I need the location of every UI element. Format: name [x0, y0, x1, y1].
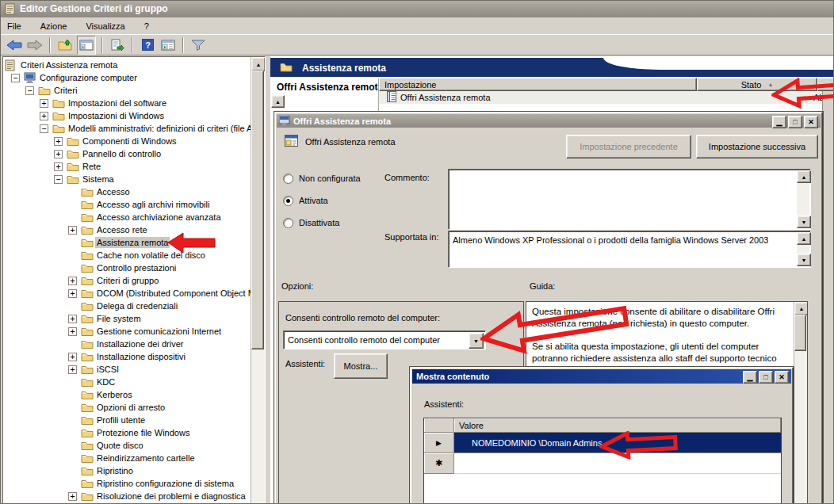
tree-item[interactable]: +Pannello di controllo [3, 147, 251, 160]
tree-scrollbar[interactable]: ▲ [251, 57, 265, 504]
export-list-icon[interactable] [109, 36, 126, 54]
close-icon[interactable]: ✕ [775, 371, 789, 384]
tree-item[interactable]: +Risoluzione dei problemi e diagnostica [3, 490, 251, 502]
tree-item-label[interactable]: Modelli amministrativi: definizioni di c… [67, 123, 251, 134]
expand-icon[interactable]: + [68, 492, 77, 501]
tree-item[interactable]: +Rete [3, 160, 251, 173]
tree-item[interactable]: Installazione dei driver [3, 338, 251, 350]
tree-item-label[interactable]: Configurazione computer [38, 72, 139, 83]
menu-azione[interactable]: Azione [40, 21, 67, 31]
maximize-icon[interactable]: □ [759, 371, 773, 384]
scroll-down-icon[interactable]: ▼ [797, 216, 811, 228]
tree-item[interactable]: Delega di credenziali [3, 300, 251, 312]
tree-item-label[interactable]: Sistema [81, 174, 116, 185]
tree-item[interactable]: +DCOM (Distributed Component Object M [3, 287, 251, 300]
policy-row[interactable]: Offri Assistenza remota Abilitato [379, 91, 834, 104]
radio-selected-icon[interactable] [283, 196, 293, 206]
minimize-icon[interactable]: ▁ [772, 116, 786, 128]
forward-icon[interactable] [26, 36, 44, 54]
tree-item-label[interactable]: Ripristino configurazione di sistema [95, 478, 235, 489]
grid-column-valore[interactable]: Valore [454, 418, 781, 433]
tree-item[interactable]: +iSCSI [3, 363, 251, 376]
grid-row-new[interactable]: ✱ [424, 453, 781, 474]
up-one-level-icon[interactable] [56, 36, 74, 54]
tree-item[interactable]: +Gestione comunicazioni Internet [3, 325, 251, 338]
collapse-icon[interactable]: − [40, 124, 48, 133]
tree-item-label[interactable]: Protezione file Windows [95, 427, 191, 438]
expand-icon[interactable]: + [40, 112, 48, 120]
close-icon[interactable]: ✕ [804, 116, 818, 128]
tree-item[interactable]: Profili utente [3, 414, 251, 426]
radio-option[interactable]: Non configurata [283, 173, 386, 184]
expand-icon[interactable]: + [68, 277, 77, 285]
collapse-icon[interactable]: − [11, 74, 20, 82]
expand-icon[interactable]: + [68, 353, 77, 361]
tree-item-label[interactable]: Opzioni di arresto [95, 402, 166, 413]
tree-item-label[interactable]: Risoluzione dei problemi e diagnostica [95, 491, 247, 502]
radio-option[interactable]: Disattivata [283, 217, 386, 228]
tree-item[interactable]: Cache non volatile del disco [3, 249, 251, 262]
tree-item-label[interactable]: Profili utente [95, 414, 147, 426]
column-header-stato[interactable]: Stato ▲ [697, 78, 817, 91]
tree-item-label[interactable]: Accesso agli archivi rimovibili [95, 199, 211, 210]
help-icon[interactable]: ? [139, 36, 156, 54]
expand-icon[interactable]: + [54, 162, 63, 171]
tree-item-label[interactable]: Rete [81, 161, 102, 172]
tree-item[interactable]: Accesso archiviazione avanzata [3, 211, 251, 223]
tree-item[interactable]: +Impostazioni di Windows [3, 109, 251, 122]
tree-item[interactable]: Reindirizzamento cartelle [3, 452, 251, 464]
scroll-up-icon[interactable]: ▲ [797, 170, 811, 183]
description-scroll-up-icon[interactable]: ▲ [271, 95, 285, 108]
show-console-tree-icon[interactable] [77, 36, 96, 55]
help-scrollbar-thumb[interactable] [794, 315, 806, 351]
tree-item[interactable]: Kerberos [3, 388, 251, 401]
show-content-titlebar[interactable]: Mostra contenuto ▁ □ ✕ [412, 369, 791, 384]
tree-item[interactable]: Ripristino configurazione di sistema [3, 477, 251, 490]
show-button[interactable]: Mostra... [334, 353, 388, 379]
scroll-down-icon[interactable]: ▼ [797, 254, 811, 266]
next-setting-button[interactable]: Impostazione successiva [696, 135, 818, 158]
column-header-impostazione[interactable]: Impostazione [379, 78, 697, 91]
tree-item-label[interactable]: KDC [95, 376, 117, 388]
help-scrollbar[interactable]: ▲ [794, 302, 807, 504]
tree-item[interactable]: Quote disco [3, 439, 251, 452]
tree-item[interactable]: −Criteri [3, 84, 251, 97]
tree-item-label[interactable]: Pannello di controllo [81, 148, 163, 159]
tree-item-label[interactable]: Installazione dispositivi [95, 351, 187, 362]
expand-icon[interactable]: + [68, 289, 77, 298]
tree-item[interactable]: +Accesso rete [3, 223, 251, 236]
tree-item-label[interactable]: Impostazioni del software [67, 97, 168, 109]
dropdown-arrow-icon[interactable]: ▼ [469, 333, 484, 349]
expand-icon[interactable]: + [40, 99, 48, 108]
tree-item-label[interactable]: File system [95, 313, 143, 324]
grid-empty-cell[interactable] [454, 453, 781, 474]
comment-textarea[interactable]: ▲ ▼ [448, 169, 811, 230]
expand-icon[interactable]: + [68, 315, 77, 323]
tree-item[interactable]: +Componenti di Windows [3, 135, 251, 147]
maximize-icon[interactable]: □ [788, 116, 802, 128]
tree-item[interactable]: Accesso agli archivi rimovibili [3, 198, 251, 211]
tree-item-label[interactable]: Delega di credenziali [95, 300, 179, 311]
tree-item-label[interactable]: Cache non volatile del disco [95, 250, 207, 261]
tree-item-label[interactable]: Installazione dei driver [95, 338, 185, 349]
tree-item[interactable]: Controllo prestazioni [3, 262, 251, 274]
tree-item-label[interactable]: Reindirizzamento cartelle [95, 452, 197, 464]
scroll-up-icon[interactable]: ▲ [794, 302, 808, 315]
tree-item-label[interactable]: Ripristino [95, 465, 135, 476]
grid-row-selected[interactable]: ▶ NOMEDOMINIO \Domain Admins [424, 433, 781, 453]
tree-scrollbar-thumb[interactable] [251, 71, 264, 349]
menu-visualizza[interactable]: Visualizza [86, 21, 124, 31]
tree-item-label[interactable]: Controllo prestazioni [95, 262, 178, 273]
tree-item[interactable]: Opzioni di arresto [3, 401, 251, 414]
previous-setting-button[interactable]: Impostazione precedente [566, 135, 691, 158]
tree-item-label[interactable]: Criteri di gruppo [95, 275, 160, 286]
tree-item-label[interactable]: Criteri Assistenza remota [19, 59, 119, 71]
tree-item[interactable]: Criteri Assistenza remota [3, 59, 251, 71]
radio-unselected-icon[interactable] [283, 174, 293, 184]
collapse-icon[interactable]: − [54, 175, 63, 184]
scroll-up-icon[interactable]: ▲ [251, 57, 266, 71]
tree-item-label[interactable]: Accesso [95, 186, 132, 197]
tree-item[interactable]: Protezione file Windows [3, 426, 251, 439]
tree-item-label[interactable]: Accesso rete [95, 224, 149, 235]
window-titlebar[interactable]: Editor Gestione Criteri di gruppo [1, 1, 833, 17]
